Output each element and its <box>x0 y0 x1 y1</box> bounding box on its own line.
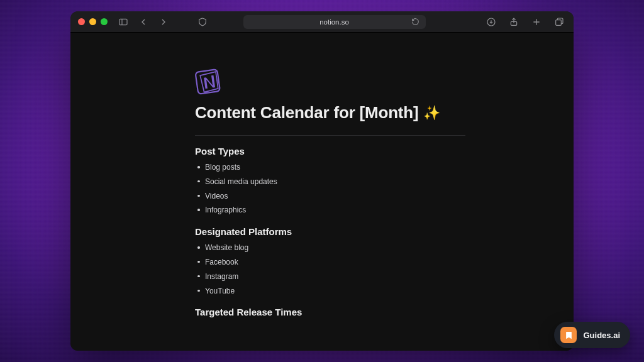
list-item[interactable]: YouTube <box>195 284 574 299</box>
section-heading-platforms[interactable]: Designated Platforms <box>195 226 574 237</box>
toolbar-right <box>484 15 566 29</box>
list-item[interactable]: Blog posts <box>195 160 574 175</box>
sparkle-icon: ✨ <box>423 105 440 121</box>
sidebar-toggle-button[interactable] <box>116 15 130 29</box>
list-item[interactable]: Instagram <box>195 270 574 284</box>
url-text: notion.so <box>319 18 349 26</box>
chevron-right-icon <box>158 17 169 27</box>
browser-window: notion.so <box>70 11 574 351</box>
minimize-window-button[interactable] <box>89 18 96 25</box>
post-types-list: Blog posts Social media updates Videos I… <box>195 160 574 217</box>
new-tab-button[interactable] <box>530 15 543 29</box>
privacy-button[interactable] <box>196 15 209 29</box>
tabs-icon <box>554 17 564 27</box>
address-bar-wrap: notion.so <box>196 15 459 29</box>
share-button[interactable] <box>507 15 521 29</box>
shield-icon <box>197 17 208 27</box>
page-title[interactable]: Content Calendar for [Month] ✨ <box>195 103 574 123</box>
divider <box>195 135 465 136</box>
sidebar-icon <box>118 17 128 27</box>
watermark-pill[interactable]: Guides.ai <box>554 322 630 348</box>
page-content[interactable]: Content Calendar for [Month] ✨ Post Type… <box>70 33 574 351</box>
list-item[interactable]: Social media updates <box>195 175 574 189</box>
tabs-button[interactable] <box>552 15 566 29</box>
list-item[interactable]: Website blog <box>195 241 574 255</box>
titlebar: notion.so <box>70 11 574 33</box>
list-item[interactable]: Infographics <box>195 203 574 217</box>
back-button[interactable] <box>136 15 150 29</box>
notion-logo-icon <box>193 66 223 96</box>
bookmark-icon <box>560 327 577 343</box>
download-icon <box>486 17 496 27</box>
maximize-window-button[interactable] <box>101 18 108 25</box>
section-heading-post-types[interactable]: Post Types <box>195 146 574 156</box>
reload-icon[interactable] <box>411 17 421 27</box>
svg-rect-0 <box>119 19 127 25</box>
list-item[interactable]: Facebook <box>195 255 574 270</box>
traffic-lights <box>78 18 108 25</box>
forward-button[interactable] <box>157 15 170 29</box>
downloads-button[interactable] <box>484 15 498 29</box>
plus-icon <box>531 17 541 27</box>
list-item[interactable]: Videos <box>195 189 574 204</box>
svg-rect-6 <box>556 19 562 25</box>
address-bar[interactable]: notion.so <box>243 15 426 29</box>
section-heading-release-times[interactable]: Targeted Release Times <box>195 307 574 317</box>
share-icon <box>509 17 519 27</box>
page-title-text: Content Calendar for [Month] <box>195 103 418 122</box>
chevron-left-icon <box>138 17 148 27</box>
watermark-label: Guides.ai <box>583 331 620 340</box>
close-window-button[interactable] <box>78 18 85 25</box>
platforms-list: Website blog Facebook Instagram YouTube <box>195 241 574 298</box>
